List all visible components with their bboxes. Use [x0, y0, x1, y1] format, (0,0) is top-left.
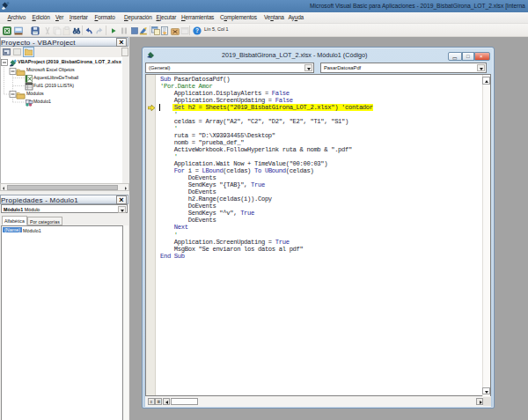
- svg-text:?: ?: [195, 27, 199, 33]
